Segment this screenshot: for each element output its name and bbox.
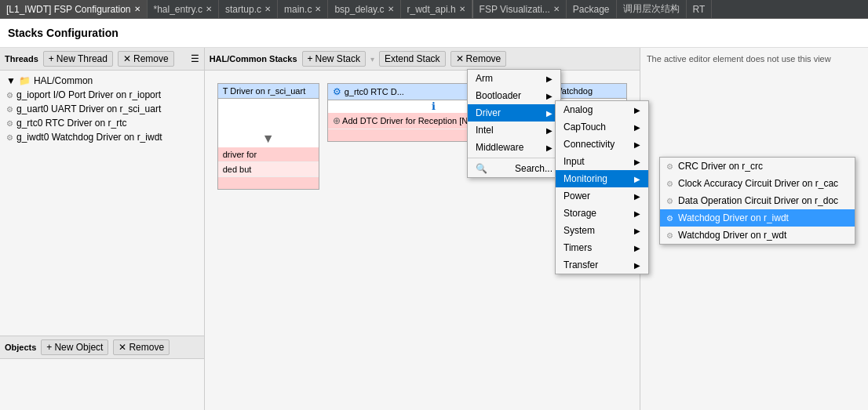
- remove-object-icon: ✕: [119, 342, 126, 353]
- tab-hal-entry-close[interactable]: ✕: [206, 5, 212, 13]
- expand-icon: ▼: [6, 75, 16, 86]
- menu2-captouch[interactable]: CapTouch ▶: [556, 118, 648, 136]
- remove-object-btn[interactable]: ✕ Remove: [113, 339, 170, 355]
- menu2-connectivity-label: Connectivity: [563, 139, 615, 150]
- menu-intel[interactable]: Intel ▶: [468, 122, 560, 139]
- menu3-crc[interactable]: ⚙ CRC Driver on r_crc: [660, 158, 855, 175]
- extend-stack-label: Extend Stack: [385, 53, 440, 64]
- tab-fsp-config-label: [L1_IWDT] FSP Configuration: [6, 4, 131, 15]
- remove-object-label: Remove: [129, 342, 164, 353]
- stacks-header: HAL/Common Stacks + New Stack ▾ Extend S…: [205, 48, 640, 71]
- tab-fsp-vis-close[interactable]: ✕: [553, 5, 560, 13]
- menu3-clock-accuracy[interactable]: ⚙ Clock Accuracy Circuit Driver on r_cac: [660, 175, 855, 192]
- tree-node-rtc0[interactable]: ⚙ g_rtc0 RTC Driver on r_rtc: [3, 116, 201, 130]
- menu2-power[interactable]: Power ▶: [556, 187, 648, 205]
- threads-header: Threads + New Thread ✕ Remove ☰: [0, 48, 204, 71]
- context-menu-1: Arm ▶ Bootloader ▶ Driver ▶ Intel ▶ Midd…: [467, 69, 561, 178]
- objects-title: Objects: [5, 343, 36, 352]
- new-thread-label: New Thread: [57, 53, 108, 64]
- menu2-monitoring[interactable]: Monitoring ▶: [556, 170, 648, 187]
- menu2-input-arrow: ▶: [634, 158, 640, 166]
- tab-startup[interactable]: startup.c ✕: [219, 0, 278, 18]
- tab-r-wdt-api-label: r_wdt_api.h: [407, 4, 456, 15]
- menu-middleware-label: Middleware: [476, 142, 523, 153]
- menu3-clock-accuracy-label: Clock Accuracy Circuit Driver on r_cac: [678, 178, 838, 189]
- menu2-captouch-label: CapTouch: [563, 122, 606, 132]
- tab-fsp-config[interactable]: [L1_IWDT] FSP Configuration ✕: [0, 0, 148, 18]
- stacks-title: HAL/Common Stacks: [210, 54, 297, 63]
- menu2-power-arrow: ▶: [634, 192, 640, 201]
- menu3-watchdog-wdt-icon: ⚙: [666, 231, 673, 240]
- remove-stack-label: Remove: [466, 53, 501, 64]
- search-icon: 🔍: [476, 163, 487, 174]
- ioport-label: g_ioport I/O Port Driver on r_ioport: [16, 89, 161, 100]
- menu-search[interactable]: 🔍 Search...: [468, 160, 560, 177]
- menu2-timers[interactable]: Timers ▶: [556, 239, 648, 256]
- chevron-icon: ▾: [370, 55, 374, 63]
- tab-package[interactable]: Package: [567, 0, 617, 18]
- new-object-label: New Object: [54, 342, 103, 353]
- tab-call-hierarchy[interactable]: 调用层次结构: [617, 0, 687, 18]
- menu-driver[interactable]: Driver ▶: [468, 104, 560, 122]
- menu2-transfer[interactable]: Transfer ▶: [556, 256, 648, 274]
- tab-hal-entry[interactable]: *hal_entry.c ✕: [148, 0, 219, 18]
- menu2-storage-label: Storage: [563, 208, 596, 219]
- tab-rt[interactable]: RT: [687, 0, 713, 18]
- menu2-analog[interactable]: Analog ▶: [556, 101, 648, 118]
- hal-common-label: HAL/Common: [34, 75, 93, 86]
- stack-block-1[interactable]: T Driver on r_sci_uart ▼ driver for ded …: [217, 83, 319, 190]
- tab-fsp-vis[interactable]: FSP Visualizati... ✕: [473, 0, 567, 18]
- menu2-transfer-label: Transfer: [563, 259, 598, 270]
- tree-node-iwdt0[interactable]: ⚙ g_iwdt0 Watchdog Driver on r_iwdt: [3, 130, 201, 144]
- menu-bootloader[interactable]: Bootloader ▶: [468, 87, 560, 104]
- tab-main-close[interactable]: ✕: [315, 5, 321, 13]
- threads-title: Threads: [5, 54, 38, 63]
- tab-r-wdt-api[interactable]: r_wdt_api.h ✕: [401, 0, 472, 18]
- menu-middleware[interactable]: Middleware ▶: [468, 139, 560, 156]
- context-menu-3: ⚙ CRC Driver on r_crc ⚙ Clock Accuracy C…: [659, 157, 855, 245]
- tab-startup-close[interactable]: ✕: [264, 5, 271, 13]
- new-stack-btn[interactable]: + New Stack: [302, 51, 366, 67]
- remove-stack-btn[interactable]: ✕ Remove: [450, 51, 507, 67]
- new-thread-btn[interactable]: + New Thread: [43, 51, 113, 67]
- rtc0-label: g_rtc0 RTC Driver on r_rtc: [16, 118, 126, 129]
- tab-bsp-delay-close[interactable]: ✕: [388, 5, 394, 13]
- tree-node-uart0[interactable]: ⚙ g_uart0 UART Driver on r_sci_uart: [3, 102, 201, 116]
- menu3-crc-label: CRC Driver on r_crc: [678, 161, 763, 172]
- tab-bsp-delay[interactable]: bsp_delay.c ✕: [328, 0, 400, 18]
- tab-main[interactable]: main.c ✕: [278, 0, 328, 18]
- menu3-watchdog-iwdt[interactable]: ⚙ Watchdog Driver on r_iwdt: [660, 209, 855, 227]
- extend-stack-btn[interactable]: Extend Stack: [379, 51, 446, 67]
- block1-item1[interactable]: driver for: [218, 147, 319, 162]
- menu-sep-1: [468, 158, 560, 158]
- menu2-system[interactable]: System ▶: [556, 222, 648, 239]
- tab-r-wdt-api-close[interactable]: ✕: [459, 5, 465, 13]
- menu-intel-arrow: ▶: [546, 126, 553, 135]
- tree-node-ioport[interactable]: ⚙ g_ioport I/O Port Driver on r_ioport: [3, 88, 201, 102]
- tab-fsp-config-close[interactable]: ✕: [134, 5, 140, 13]
- menu2-timers-label: Timers: [563, 242, 592, 253]
- child-icon-uart0: ⚙: [6, 105, 13, 114]
- new-object-btn[interactable]: + New Object: [41, 339, 108, 355]
- menu2-input[interactable]: Input ▶: [556, 153, 648, 170]
- menu-middleware-arrow: ▶: [546, 143, 553, 152]
- right-panel-note: The active editor element does not use t…: [647, 54, 862, 63]
- block1-item2[interactable]: ded but: [218, 162, 319, 177]
- child-icon-rtc0: ⚙: [6, 119, 13, 128]
- tree-node-hal-common[interactable]: ▼ 📁 HAL/Common: [3, 74, 201, 88]
- menu-driver-arrow: ▶: [546, 109, 553, 118]
- menu3-watchdog-wdt[interactable]: ⚙ Watchdog Driver on r_wdt: [660, 227, 855, 244]
- menu2-system-arrow: ▶: [634, 227, 640, 235]
- threads-menu-icon[interactable]: ☰: [191, 53, 199, 64]
- menu-bootloader-label: Bootloader: [476, 90, 521, 101]
- menu3-data-op[interactable]: ⚙ Data Operation Circuit Driver on r_doc: [660, 192, 855, 209]
- menu-arm[interactable]: Arm ▶: [468, 70, 560, 87]
- menu2-connectivity[interactable]: Connectivity ▶: [556, 136, 648, 153]
- objects-area: [0, 359, 204, 410]
- block1-header: T Driver on r_sci_uart: [218, 84, 319, 99]
- remove-thread-btn[interactable]: ✕ Remove: [118, 51, 174, 67]
- menu2-timers-arrow: ▶: [634, 244, 640, 252]
- menu2-storage[interactable]: Storage ▶: [556, 205, 648, 222]
- tab-bar: [L1_IWDT] FSP Configuration ✕ *hal_entry…: [0, 0, 868, 19]
- menu2-power-label: Power: [563, 190, 590, 201]
